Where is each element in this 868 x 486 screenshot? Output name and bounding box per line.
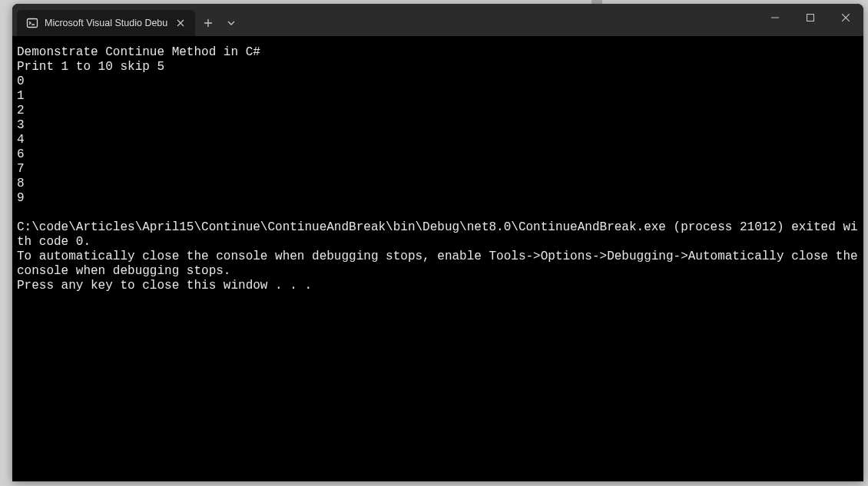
titlebar-drag-region[interactable] xyxy=(241,4,757,36)
svg-rect-0 xyxy=(28,19,38,28)
tab-close-button[interactable] xyxy=(174,16,187,30)
svg-rect-1 xyxy=(807,15,814,21)
maximize-button[interactable] xyxy=(793,4,828,31)
tab-dropdown-button[interactable] xyxy=(221,10,241,36)
tab-title: Microsoft Visual Studio Debug xyxy=(45,18,167,28)
terminal-window: Microsoft Visual Studio Debug xyxy=(12,4,863,481)
window-close-button[interactable] xyxy=(828,4,863,31)
console-output[interactable]: Demonstrate Continue Method in C# Print … xyxy=(12,36,863,481)
new-tab-button[interactable] xyxy=(195,10,221,36)
tab-active[interactable]: Microsoft Visual Studio Debug xyxy=(17,10,195,36)
titlebar[interactable]: Microsoft Visual Studio Debug xyxy=(12,4,863,36)
window-controls xyxy=(757,4,863,36)
minimize-button[interactable] xyxy=(757,4,793,31)
tab-actions xyxy=(195,10,241,36)
terminal-icon xyxy=(26,17,38,29)
